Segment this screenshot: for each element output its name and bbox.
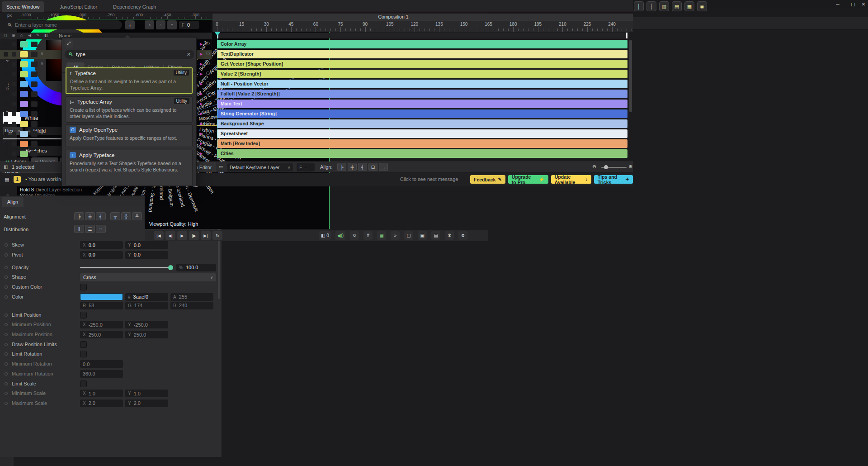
align-center-h-icon[interactable]: ╪ [85, 212, 95, 220]
layer-key-dot[interactable] [206, 91, 210, 95]
timeline-bar[interactable]: Spreatsheet [217, 129, 627, 138]
layer-key-prev-icon[interactable]: ▶ [200, 92, 203, 96]
chevron-down-icon[interactable]: ∨ [41, 131, 43, 135]
layer-search[interactable]: 🔍︎ [4, 20, 122, 29]
attr-field[interactable]: X-250.0 [80, 321, 123, 328]
fast-preview-icon[interactable]: » [391, 231, 400, 240]
keyframe-layer-select[interactable]: Default Keyframe Layer∨ [227, 163, 293, 171]
distribute-v-icon[interactable]: ☰ [85, 225, 95, 233]
attr-checkbox[interactable] [80, 312, 87, 319]
timeline-bar[interactable]: Null - Position Vector [217, 80, 627, 88]
layer-clip-icon[interactable] [31, 42, 38, 47]
zoom-in-icon[interactable]: ⊕ [628, 164, 632, 170]
attr-bullet[interactable] [5, 266, 8, 269]
maximize-button[interactable]: ▢ [846, 0, 860, 8]
layer-key-prev-icon[interactable]: ▶ [200, 62, 203, 66]
attr-checkbox[interactable] [80, 351, 87, 357]
layer-clip-icon[interactable] [31, 121, 38, 127]
attr-bullet[interactable] [5, 343, 8, 346]
prev-frame-button[interactable]: ◀| [165, 231, 175, 240]
tips-button[interactable]: Tips and Tricks✦ [594, 175, 633, 184]
layer-visibility-icon[interactable] [12, 132, 16, 136]
attr-field[interactable]: X2.0 [80, 399, 123, 407]
clip-icon[interactable]: ◧ [44, 33, 48, 38]
feedback-button[interactable]: Feedback✎ [470, 175, 505, 184]
flow-icon[interactable]: → [379, 163, 388, 171]
align-top-icon[interactable]: ╥ [110, 212, 120, 220]
attr-bullet[interactable] [5, 243, 8, 247]
attr-field[interactable]: #3aaef0 [125, 293, 168, 301]
render-icon[interactable]: ◉ [697, 1, 707, 11]
status-frame-input[interactable]: F- [297, 163, 315, 171]
audio-icon[interactable]: ◀ [28, 33, 31, 38]
popup-search[interactable]: 🔍︎ ✕ [65, 50, 194, 59]
attr-bullet[interactable] [5, 295, 8, 299]
snap-icon[interactable]: ⊡ [368, 163, 377, 171]
color-swatch[interactable] [80, 293, 123, 300]
layer-key-prev-icon[interactable]: ▶ [200, 82, 203, 86]
layer-key-dot[interactable] [206, 111, 210, 115]
attr-bullet[interactable] [5, 362, 8, 366]
layers-icon[interactable]: ▣ [418, 231, 427, 240]
layer-key-dot[interactable] [206, 71, 210, 75]
timeline-bar[interactable]: TextDuplicator [217, 50, 627, 58]
attr-field[interactable]: %100.0 [176, 264, 216, 271]
align-left-icon[interactable]: ╞ [74, 212, 84, 220]
loop-button[interactable]: ↻ [212, 231, 222, 240]
close-button[interactable]: ✕ [859, 0, 868, 8]
table-grid-icon[interactable]: ▦ [684, 1, 694, 11]
layer-swatch[interactable] [20, 91, 28, 97]
layer-key-dot[interactable] [206, 62, 210, 65]
layer-search-input[interactable] [15, 22, 118, 28]
layer-visibility-icon[interactable] [12, 112, 16, 116]
layer-clip-icon[interactable] [31, 91, 38, 97]
popup-result-typeface-array[interactable]: t≡Typeface ArrayUtilityCreate a list of … [66, 96, 193, 123]
timeline-bar[interactable]: Color Array [217, 40, 627, 48]
tab-scene-window[interactable]: Scene Window [2, 1, 44, 12]
snapshot-button[interactable]: ◔ [145, 20, 154, 29]
layer-key-dot[interactable] [206, 131, 210, 135]
layer-swatch[interactable] [20, 41, 28, 48]
dither-icon[interactable]: ✻ [445, 231, 454, 240]
attr-bullet[interactable] [5, 285, 8, 289]
go-start-button[interactable]: |◀ [154, 231, 164, 240]
eye-icon[interactable]: ◉ [12, 33, 15, 38]
layer-swatch[interactable] [20, 121, 28, 127]
attr-bullet[interactable] [5, 352, 8, 356]
popup-result-typeface[interactable]: tTypefaceUtilityDefine a font and its we… [66, 67, 193, 94]
layer-key-prev-icon[interactable]: ▶ [200, 72, 203, 76]
align-left-icon[interactable]: ╞ [337, 163, 346, 171]
popup-result-apply-opentype[interactable]: OApply OpenTypeApply OpenType features t… [66, 124, 193, 147]
chevron-down-icon[interactable]: ∨ [41, 52, 43, 56]
play-button[interactable]: ▶ [177, 231, 187, 240]
attr-field[interactable]: Y0.0 [125, 251, 168, 259]
layer-clip-icon[interactable] [31, 101, 38, 107]
motion-path-button[interactable]: ⁘ [156, 20, 165, 29]
layer-key-prev-icon[interactable]: ▶ [200, 102, 203, 106]
layer-key-dot[interactable] [206, 141, 210, 145]
timeline-bar[interactable]: Math [Row Index] [217, 139, 627, 148]
layer-clip-icon[interactable] [31, 52, 38, 57]
attr-field[interactable]: X250.0 [80, 331, 123, 338]
distribute-grid-icon[interactable]: ∷ [96, 225, 106, 233]
layer-visibility-icon[interactable] [12, 82, 16, 86]
clear-search-icon[interactable]: ✕ [187, 52, 191, 57]
zoom-out-icon[interactable]: ⊖ [592, 164, 596, 170]
attr-select[interactable]: Cross∨ [80, 273, 216, 281]
layer-swatch[interactable] [20, 101, 28, 107]
upgrade-button[interactable]: Upgrade to Pro⚡ [508, 175, 548, 184]
timeline-bar[interactable]: Falloff [Value 2 [Strength]] [217, 90, 627, 98]
align-left-icon[interactable]: ╞ [634, 1, 644, 11]
distribute-h-icon[interactable]: ‖ [74, 225, 84, 233]
bounds-icon[interactable]: ▢ [404, 231, 413, 240]
refresh-icon[interactable]: ↻ [350, 231, 359, 240]
layer-swatch[interactable] [20, 141, 28, 147]
attr-field[interactable]: X0.0 [80, 251, 123, 259]
attr-checkbox[interactable] [80, 341, 87, 348]
layer-swatch[interactable] [20, 81, 28, 87]
timeline-bar[interactable]: String Generator [String] [217, 109, 627, 118]
tab-javascript-editor[interactable]: JavaScript Editor [55, 1, 102, 12]
timeline-bar[interactable]: Cities [217, 149, 627, 158]
rows-icon[interactable]: ▤ [672, 1, 682, 11]
attr-field[interactable]: Y0.0 [125, 241, 168, 249]
